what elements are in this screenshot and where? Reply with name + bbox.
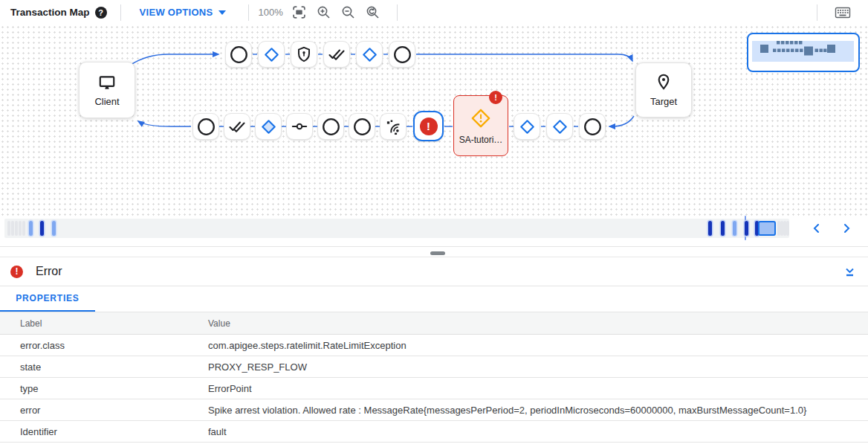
table-header: Label Value (0, 312, 868, 335)
panel-divider (0, 246, 868, 247)
row-value: Spike arrest violation. Allowed rate : M… (188, 405, 868, 416)
minimap-preview (748, 34, 858, 71)
table-row: Identifierfault (0, 421, 868, 443)
toggle-step-icon[interactable] (286, 113, 313, 140)
view-options-label: VIEW OPTIONS (140, 7, 213, 18)
row-value: fault (188, 426, 868, 437)
timeline-dark-tick[interactable] (745, 221, 748, 236)
error-node-label: SA-tutori… (459, 135, 503, 145)
page-title: Transaction Map (10, 7, 90, 18)
row-label: state (0, 361, 188, 373)
timeline-faint-tick[interactable] (7, 221, 10, 236)
double-check-step-icon[interactable] (323, 41, 350, 68)
circle-step-icon[interactable] (192, 113, 219, 140)
timeline-dark-tick[interactable] (721, 221, 725, 236)
monitor-icon (97, 73, 117, 92)
row-value: com.apigee.steps.ratelimit.RateLimitExce… (188, 340, 868, 351)
pin-icon (654, 73, 673, 92)
row-label: Identifier (0, 426, 188, 437)
panel-resize-handle[interactable] (430, 251, 445, 255)
diamond-filled-step-icon[interactable] (255, 113, 282, 140)
zoom-in-icon[interactable] (315, 4, 333, 22)
timeline-faint-tick[interactable] (11, 221, 14, 236)
timeline-faint-tick[interactable] (15, 221, 18, 236)
reset-zoom-icon[interactable] (364, 4, 382, 22)
tab-properties[interactable]: PROPERTIES (0, 286, 95, 312)
timeline-medium-tick[interactable] (52, 221, 56, 236)
circle-step-icon[interactable] (317, 113, 344, 140)
minimap[interactable] (747, 33, 860, 72)
error-policy-node[interactable]: ! SA-tutori… (453, 95, 508, 156)
collapse-icon[interactable] (843, 266, 856, 278)
table-row: errorSpike arrest violation. Allowed rat… (0, 399, 868, 421)
error-badge-icon: ! (489, 91, 502, 104)
zoom-level: 100% (258, 7, 282, 18)
diamond-step-icon[interactable] (546, 113, 573, 140)
panel-header: ! Error (0, 257, 868, 286)
timeline-dark-tick[interactable] (40, 221, 44, 236)
chevron-right-icon[interactable] (837, 219, 856, 238)
properties-table: error.classcom.apigee.steps.ratelimit.Ra… (0, 335, 868, 443)
table-row: error.classcom.apigee.steps.ratelimit.Ra… (0, 335, 868, 356)
view-options-button[interactable]: VIEW OPTIONS (140, 7, 227, 18)
fit-screen-icon[interactable] (291, 4, 308, 22)
timeline-dark-tick[interactable] (708, 221, 712, 236)
toolbar-separator (120, 4, 121, 21)
target-node[interactable]: Target (635, 62, 692, 118)
table-row: typeErrorPoint (0, 378, 868, 399)
details-panel: ! Error PROPERTIES Label Value error.cla… (0, 257, 868, 447)
column-label: Label (0, 318, 188, 329)
toolbar-separator (248, 4, 249, 21)
panel-title: Error (36, 265, 62, 278)
client-node[interactable]: Client (79, 62, 135, 118)
row-label: type (0, 383, 188, 394)
shield-step-icon[interactable] (291, 41, 317, 68)
circle-step-icon[interactable] (579, 113, 606, 140)
antenna-step-icon[interactable] (380, 113, 407, 140)
timeline-medium-tick[interactable] (733, 221, 736, 236)
diamond-step-icon[interactable] (514, 113, 540, 140)
row-value: PROXY_RESP_FLOW (188, 361, 868, 373)
row-value: ErrorPoint (188, 383, 868, 394)
toolbar-separator (817, 4, 817, 21)
double-check-step-icon[interactable] (224, 113, 250, 140)
timeline-faint-tick[interactable] (22, 221, 25, 236)
transaction-timeline[interactable] (0, 216, 868, 240)
help-icon[interactable]: ? (95, 7, 107, 19)
toolbar: Transaction Map ? VIEW OPTIONS 100% (0, 0, 868, 25)
transaction-map-canvas[interactable]: Client Target ! ! SA-tutori… (0, 25, 868, 216)
timeline-medium-tick[interactable] (29, 221, 33, 236)
timeline-selection-tick[interactable] (758, 221, 776, 236)
table-row: statePROXY_RESP_FLOW (0, 356, 868, 378)
target-label: Target (650, 96, 677, 107)
circle-step-icon[interactable] (389, 41, 415, 68)
chevron-left-icon[interactable] (807, 219, 826, 238)
circle-step-icon[interactable] (225, 41, 252, 68)
warning-diamond-icon (469, 106, 493, 130)
timeline-track[interactable] (4, 219, 789, 238)
error-icon: ! (10, 266, 23, 278)
toolbar-separator (397, 4, 398, 21)
diamond-step-icon[interactable] (258, 41, 285, 68)
timeline-faint-tick[interactable] (786, 221, 789, 236)
row-label: error (0, 405, 188, 416)
circle-step-icon[interactable] (349, 113, 375, 140)
zoom-out-icon[interactable] (340, 4, 357, 22)
row-label: error.class (0, 340, 188, 351)
timeline-faint-tick[interactable] (19, 221, 22, 236)
client-label: Client (94, 96, 119, 107)
column-value: Value (188, 318, 868, 329)
error-step-icon[interactable]: ! (413, 111, 444, 141)
diamond-step-icon[interactable] (356, 41, 383, 68)
keyboard-icon[interactable] (834, 4, 852, 22)
panel-tabs: PROPERTIES (0, 286, 868, 312)
caret-down-icon (218, 10, 226, 15)
